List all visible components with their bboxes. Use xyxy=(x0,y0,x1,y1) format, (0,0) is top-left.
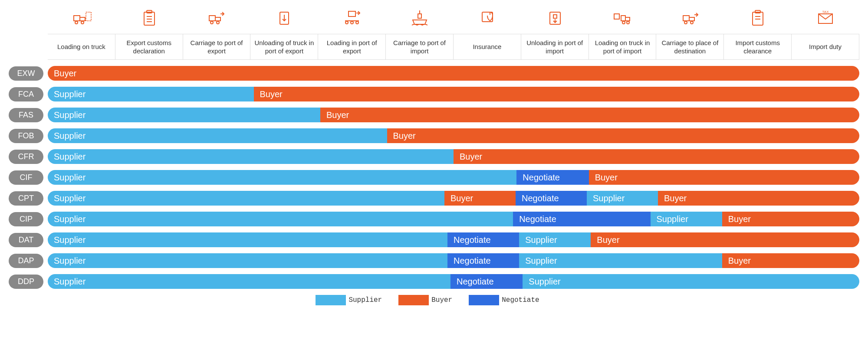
stage-header: Export customs declaration xyxy=(115,34,183,60)
incoterm-code: FAS xyxy=(9,108,43,122)
incoterm-code: DAP xyxy=(9,254,43,268)
segment-supplier: Supplier xyxy=(523,274,859,289)
incoterm-bar: Buyer xyxy=(48,66,859,81)
segment-negotiate: Negotiate xyxy=(516,170,589,185)
segment-supplier: Supplier xyxy=(48,128,387,143)
incoterm-bar: SupplierNegotiateSupplierBuyer xyxy=(48,253,859,268)
segment-buyer: Buyer xyxy=(254,87,860,101)
incoterm-bar: SupplierNegotiateSupplier xyxy=(48,274,859,289)
truck-arrow-icon xyxy=(183,4,251,34)
segment-supplier: Supplier xyxy=(48,253,447,268)
segment-buyer: Buyer xyxy=(387,128,860,143)
incoterm-code: CIF xyxy=(9,170,43,185)
segment-supplier: Supplier xyxy=(48,212,513,226)
segment-supplier: Supplier xyxy=(48,191,444,206)
incoterm-bar: SupplierBuyerNegotiateSupplierBuyer xyxy=(48,191,859,206)
segment-buyer: Buyer xyxy=(48,66,859,81)
truck-load-icon xyxy=(48,4,115,34)
segment-buyer: Buyer xyxy=(591,232,859,247)
stage-header: Loading in port of export xyxy=(318,34,386,60)
segment-supplier: Supplier xyxy=(48,170,516,185)
segment-negotiate: Negotiate xyxy=(447,253,519,268)
legend-label-buyer: Buyer xyxy=(431,296,452,304)
incoterm-bar: SupplierBuyer xyxy=(48,128,859,143)
stage-header: Carriage to port of export xyxy=(183,34,251,60)
segment-buyer: Buyer xyxy=(722,212,859,226)
truck-arrow2-icon xyxy=(656,4,724,34)
stage-header: Loading on truck xyxy=(48,34,115,60)
incoterm-row-fob: FOBSupplierBuyer xyxy=(9,128,859,143)
segment-buyer: Buyer xyxy=(320,108,859,122)
box-down2-icon xyxy=(521,4,589,34)
incoterm-bar: SupplierNegotiateSupplierBuyer xyxy=(48,212,859,226)
incoterm-row-cif: CIFSupplierNegotiateBuyer xyxy=(9,170,859,185)
legend-buyer: Buyer xyxy=(398,295,465,305)
incoterm-code: CIP xyxy=(9,212,43,226)
segment-negotiate: Negotiate xyxy=(513,212,650,226)
conveyor-icon xyxy=(318,4,386,34)
stage-header: Carriage to place of destination xyxy=(656,34,724,60)
incoterm-code: DAT xyxy=(9,233,43,247)
legend-swatch-negotiate xyxy=(469,295,499,305)
legend-supplier: Supplier xyxy=(316,295,395,305)
incoterm-row-cpt: CPTSupplierBuyerNegotiateSupplierBuyer xyxy=(9,191,859,206)
legend-label-negotiate: Negotiate xyxy=(502,296,539,304)
incoterm-row-exw: EXWBuyer xyxy=(9,66,859,81)
stage-header: Unloading in port of import xyxy=(521,34,589,60)
tax-envelope-icon xyxy=(792,4,859,34)
segment-supplier: Supplier xyxy=(48,87,254,101)
segment-supplier: Supplier xyxy=(651,212,722,226)
legend-negotiate: Negotiate xyxy=(469,295,552,305)
segment-supplier: Supplier xyxy=(48,274,450,289)
incoterm-code: CFR xyxy=(9,150,43,164)
segment-supplier: Supplier xyxy=(519,253,722,268)
incoterm-bar: SupplierNegotiateSupplierBuyer xyxy=(48,232,859,247)
legend-swatch-buyer xyxy=(398,295,429,305)
segment-negotiate: Negotiate xyxy=(447,232,519,247)
incoterms-chart: Loading on truck Export customs declarat… xyxy=(0,0,868,310)
incoterm-row-ddp: DDPSupplierNegotiateSupplier xyxy=(9,274,859,289)
stage-header: Import customs clearance xyxy=(724,34,792,60)
stage-header: Insurance xyxy=(454,34,521,60)
incoterm-code: CPT xyxy=(9,191,43,206)
segment-supplier: Supplier xyxy=(48,232,447,247)
legend-swatch-supplier xyxy=(316,295,346,305)
segment-buyer: Buyer xyxy=(589,170,859,185)
ship-icon xyxy=(386,4,454,34)
segment-buyer: Buyer xyxy=(658,191,859,206)
segment-negotiate: Negotiate xyxy=(516,191,587,206)
stage-header-row: Loading on truck Export customs declarat… xyxy=(9,34,859,60)
incoterm-bar: SupplierBuyer xyxy=(48,149,859,164)
truck-box-icon xyxy=(589,4,657,34)
incoterm-row-fca: FCASupplierBuyer xyxy=(9,87,859,101)
segment-buyer: Buyer xyxy=(722,253,859,268)
segment-supplier: Supplier xyxy=(587,191,658,206)
clipboard-icon xyxy=(115,4,183,34)
incoterm-row-fas: FASSupplierBuyer xyxy=(9,108,859,122)
incoterm-code: FCA xyxy=(9,87,43,101)
incoterm-code: EXW xyxy=(9,66,43,81)
incoterm-code: FOB xyxy=(9,129,43,143)
segment-buyer: Buyer xyxy=(444,191,516,206)
segment-supplier: Supplier xyxy=(519,232,591,247)
legend: Supplier Buyer Negotiate xyxy=(9,295,859,305)
shield-icon xyxy=(454,4,521,34)
incoterm-row-dat: DATSupplierNegotiateSupplierBuyer xyxy=(9,232,859,247)
incoterm-code: DDP xyxy=(9,275,43,289)
incoterm-row-cfr: CFRSupplierBuyer xyxy=(9,149,859,164)
segment-supplier: Supplier xyxy=(48,108,320,122)
incoterm-bar: SupplierBuyer xyxy=(48,108,859,122)
incoterm-row-dap: DAPSupplierNegotiateSupplierBuyer xyxy=(9,253,859,268)
stage-header: Carriage to port of import xyxy=(386,34,454,60)
incoterm-bar: SupplierNegotiateBuyer xyxy=(48,170,859,185)
segment-supplier: Supplier xyxy=(48,149,454,164)
segment-buyer: Buyer xyxy=(454,149,859,164)
incoterm-row-cip: CIPSupplierNegotiateSupplierBuyer xyxy=(9,212,859,226)
clipboard2-icon xyxy=(724,4,792,34)
stage-header: Loading on truck in port of import xyxy=(589,34,657,60)
stage-header: Unloading of truck in port of export xyxy=(250,34,318,60)
segment-negotiate: Negotiate xyxy=(450,274,523,289)
incoterm-rows: EXWBuyerFCASupplierBuyerFASSupplierBuyer… xyxy=(9,66,859,289)
legend-label-supplier: Supplier xyxy=(349,296,382,304)
incoterm-bar: SupplierBuyer xyxy=(48,87,859,101)
